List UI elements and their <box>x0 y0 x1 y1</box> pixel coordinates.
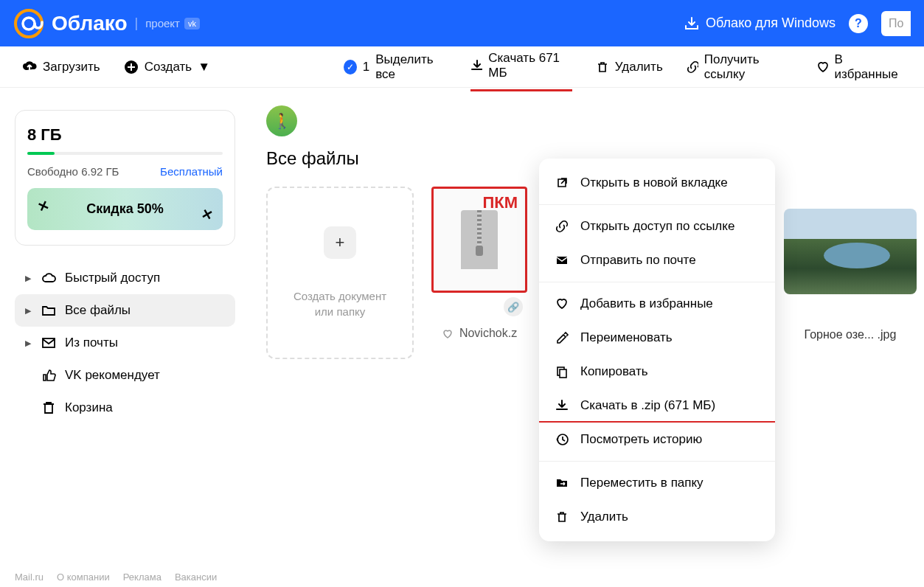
favorites-button[interactable]: В избранные <box>816 52 902 82</box>
link-icon <box>555 220 570 233</box>
sidebar-nav: ▶ Быстрый доступ ▶ Все файлы ▶ Из почты … <box>15 262 235 424</box>
storage-total: 8 ГБ <box>27 125 223 145</box>
chevron-down-icon: ▼ <box>198 60 210 74</box>
heart-icon <box>555 297 570 310</box>
footer-link-ads[interactable]: Реклама <box>123 572 161 583</box>
copy-icon <box>555 365 570 378</box>
sidebar-item-all-files[interactable]: ▶ Все файлы <box>15 294 235 327</box>
plus-icon: + <box>324 226 356 259</box>
download-icon <box>555 399 570 412</box>
storage-plan-label[interactable]: Бесплатный <box>160 165 223 178</box>
file-item-image[interactable]: Горное озе... .jpg <box>784 187 917 359</box>
chevron-right-icon: ▶ <box>25 338 32 348</box>
vk-badge: vk <box>184 18 200 29</box>
download-button[interactable]: Скачать 671 МБ <box>470 51 572 91</box>
footer-link-mail[interactable]: Mail.ru <box>15 572 44 583</box>
sidebar-item-label: VK рекомендует <box>65 368 160 383</box>
ctx-add-favorites[interactable]: Добавить в избранные <box>539 287 775 321</box>
svg-rect-6 <box>560 369 566 378</box>
logo[interactable]: Облако <box>13 8 127 39</box>
svg-point-0 <box>15 10 42 37</box>
mail-icon <box>555 254 570 267</box>
file-name: Novichok.z <box>459 327 517 340</box>
ctx-open-tab[interactable]: Открыть в новой вкладке <box>539 166 775 200</box>
app-header: Облако | проект vk Облако для Windows ? … <box>0 0 924 46</box>
sidebar-item-label: Из почты <box>65 336 118 350</box>
ctx-history[interactable]: Посмотреть историю <box>539 423 775 456</box>
upload-button[interactable]: Загрузить <box>22 60 100 74</box>
mail-icon <box>41 336 56 350</box>
ctx-copy[interactable]: Копировать <box>539 355 775 389</box>
footer-link-jobs[interactable]: Вакансии <box>175 572 217 583</box>
sidebar-item-label: Быстрый доступ <box>65 271 160 285</box>
folder-icon <box>41 303 56 318</box>
download-icon <box>470 59 482 72</box>
create-file-card[interactable]: + Создать документ или папку <box>266 187 414 359</box>
chevron-right-icon: ▶ <box>25 306 32 316</box>
file-item-zip[interactable]: ПКМ 🔗 Novichok.z <box>431 187 527 359</box>
edit-icon <box>555 331 570 344</box>
trash-icon <box>596 60 609 74</box>
divider: | <box>134 15 138 31</box>
link-icon <box>687 60 698 74</box>
heart-icon[interactable] <box>442 327 454 339</box>
move-folder-icon <box>555 476 570 490</box>
sidebar-item-vk-recommends[interactable]: VK рекомендует <box>15 359 235 392</box>
avatar[interactable]: 🚶 <box>266 105 297 136</box>
search-input[interactable]: По <box>881 11 911 36</box>
ctx-download-zip[interactable]: Скачать в .zip (671 МБ) <box>539 389 775 423</box>
trash-icon <box>41 400 56 415</box>
context-menu: Открыть в новой вкладке Открыть доступ п… <box>539 159 775 541</box>
external-link-icon <box>555 176 570 190</box>
ctx-move[interactable]: Переместить в папку <box>539 466 775 500</box>
check-icon: ✓ <box>344 60 357 74</box>
plus-circle-icon <box>124 60 139 74</box>
svg-rect-4 <box>557 257 567 264</box>
thumb-up-icon <box>41 368 56 383</box>
at-icon <box>13 8 44 39</box>
logo-text: Облако <box>52 12 127 35</box>
storage-bar <box>27 152 223 155</box>
trash-icon <box>555 510 570 524</box>
cloud-icon <box>41 271 56 285</box>
link-badge-icon[interactable]: 🔗 <box>504 297 523 316</box>
windows-download-button[interactable]: Облако для Windows <box>684 15 836 32</box>
help-icon[interactable]: ? <box>849 14 868 33</box>
svg-point-1 <box>23 18 35 29</box>
create-text: Создать документ или папку <box>293 288 386 319</box>
ctx-rename[interactable]: Переименовать <box>539 321 775 355</box>
storage-card: 8 ГБ Свободно 6.92 ГБ Бесплатный ✕ Скидк… <box>15 110 235 246</box>
select-all-button[interactable]: ✓ 1 Выделить все <box>344 52 447 82</box>
ctx-delete[interactable]: Удалить <box>539 500 775 534</box>
sidebar-item-quick-access[interactable]: ▶ Быстрый доступ <box>15 262 235 294</box>
promo-banner[interactable]: ✕ Скидка 50% ✕ <box>27 188 223 230</box>
ctx-share-link[interactable]: Открыть доступ по ссылке <box>539 209 775 243</box>
cloud-upload-icon <box>22 60 37 74</box>
file-name: Горное озе... .jpg <box>784 328 917 341</box>
project-label: проект vk <box>145 17 200 29</box>
sidebar-item-from-mail[interactable]: ▶ Из почты <box>15 327 235 359</box>
download-box-icon <box>684 15 700 32</box>
delete-button[interactable]: Удалить <box>596 60 663 74</box>
toolbar: Загрузить Создать ▼ ✓ 1 Выделить все Ска… <box>0 46 924 88</box>
sidebar-item-label: Корзина <box>65 400 113 415</box>
history-icon <box>555 433 570 446</box>
image-thumbnail <box>784 209 917 294</box>
zip-thumbnail: ПКМ <box>431 187 527 293</box>
footer-link-about[interactable]: О компании <box>57 572 110 583</box>
storage-free-label: Свободно 6.92 ГБ <box>27 165 119 178</box>
sidebar-item-trash[interactable]: Корзина <box>15 392 235 424</box>
sidebar: 8 ГБ Свободно 6.92 ГБ Бесплатный ✕ Скидк… <box>0 88 244 565</box>
footer: Mail.ru О компании Реклама Вакансии <box>15 572 217 583</box>
ctx-send-mail[interactable]: Отправить по почте <box>539 243 775 277</box>
selected-count: 1 <box>363 60 369 74</box>
get-link-button[interactable]: Получить ссылку <box>687 52 793 82</box>
heart-icon <box>816 60 828 74</box>
chevron-right-icon: ▶ <box>25 274 32 283</box>
create-button[interactable]: Создать ▼ <box>124 60 210 74</box>
sidebar-item-label: Все файлы <box>65 303 131 318</box>
